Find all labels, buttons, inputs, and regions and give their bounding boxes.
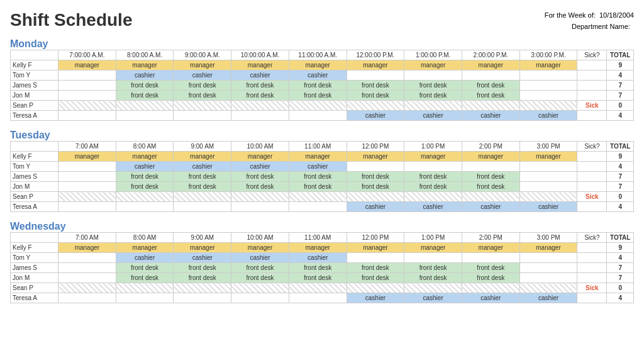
schedule-cell <box>231 293 289 303</box>
schedule-cell <box>519 101 577 111</box>
table-row: Kelly Fmanagermanagermanagermanagermanag… <box>11 243 634 253</box>
time-header: 8:00 AM <box>116 142 174 152</box>
schedule-cell: front desk <box>231 182 289 192</box>
time-header: 9:00 AM <box>174 233 231 243</box>
total-cell: 9 <box>607 152 634 162</box>
schedule-cell: cashier <box>116 253 174 263</box>
schedule-container: Monday7:00:00 A.M.8:00:00 A.M.9:00:00 A.… <box>10 38 634 303</box>
time-header: 1:00:00 P.M. <box>404 50 462 60</box>
employee-name: Teresa A <box>11 293 58 303</box>
week-date: 10/18/2004 <box>599 11 634 19</box>
total-cell: 7 <box>607 263 634 273</box>
schedule-cell <box>289 202 347 212</box>
schedule-cell <box>404 253 462 263</box>
schedule-cell <box>462 283 519 293</box>
employee-name: Teresa A <box>11 202 58 212</box>
sick-cell <box>577 60 607 70</box>
schedule-cell: front desk <box>116 91 174 101</box>
time-header: 8:00:00 A.M. <box>116 50 174 60</box>
schedule-cell: cashier <box>347 293 404 303</box>
schedule-cell: front desk <box>347 91 404 101</box>
sick-cell <box>577 293 607 303</box>
schedule-cell <box>58 172 116 182</box>
schedule-cell <box>289 283 347 293</box>
time-header: 2:00:00 P.M. <box>462 50 519 60</box>
sick-cell <box>577 162 607 172</box>
schedule-cell: cashier <box>231 70 289 81</box>
day-section-wednesday: Wednesday7:00 AM8:00 AM9:00 AM10:00 AM11… <box>10 221 634 303</box>
schedule-cell: cashier <box>289 70 347 81</box>
schedule-cell <box>462 192 519 202</box>
time-header: 11:00:00 A.M. <box>289 50 347 60</box>
schedule-cell <box>116 283 174 293</box>
schedule-cell: front desk <box>116 81 174 91</box>
schedule-cell: manager <box>462 243 519 253</box>
schedule-cell <box>231 283 289 293</box>
schedule-cell: front desk <box>174 263 231 273</box>
total-cell: 4 <box>607 202 634 212</box>
sick-cell <box>577 182 607 192</box>
schedule-cell: manager <box>231 243 289 253</box>
time-header: 7:00 AM <box>58 233 116 243</box>
schedule-cell <box>289 111 347 121</box>
total-cell: 4 <box>607 162 634 172</box>
schedule-cell <box>58 192 116 202</box>
table-row: Jon Mfront deskfront deskfront deskfront… <box>11 273 634 283</box>
schedule-cell: manager <box>404 152 462 162</box>
sick-cell <box>577 81 607 91</box>
schedule-cell <box>347 192 404 202</box>
schedule-cell: front desk <box>174 182 231 192</box>
sick-cell <box>577 263 607 273</box>
employee-name: Sean P <box>11 192 58 202</box>
schedule-cell <box>347 101 404 111</box>
total-cell: 7 <box>607 91 634 101</box>
schedule-cell: cashier <box>347 111 404 121</box>
employee-name: Sean P <box>11 101 58 111</box>
schedule-cell: front desk <box>231 91 289 101</box>
schedule-cell: cashier <box>519 293 577 303</box>
schedule-cell: cashier <box>174 253 231 263</box>
schedule-cell: manager <box>462 152 519 162</box>
schedule-cell <box>519 172 577 182</box>
schedule-cell: manager <box>289 243 347 253</box>
table-row: Teresa Acashiercashiercashiercashier4 <box>11 202 634 212</box>
total-cell: 7 <box>607 81 634 91</box>
week-info: For the Week of: 10/18/2004 Department N… <box>545 10 634 32</box>
schedule-cell <box>58 273 116 283</box>
schedule-cell: manager <box>519 152 577 162</box>
schedule-cell: manager <box>347 60 404 70</box>
schedule-cell: front desk <box>404 273 462 283</box>
schedule-cell <box>58 162 116 172</box>
total-cell: 9 <box>607 60 634 70</box>
sick-header: Sick? <box>577 142 607 152</box>
schedule-cell <box>174 192 231 202</box>
schedule-cell <box>58 283 116 293</box>
dept-label: Department Name: <box>572 23 630 30</box>
schedule-cell: front desk <box>462 263 519 273</box>
schedule-cell <box>58 293 116 303</box>
schedule-cell: front desk <box>462 81 519 91</box>
schedule-cell <box>289 293 347 303</box>
time-header: 3:00:00 P.M. <box>519 50 577 60</box>
total-cell: 7 <box>607 182 634 192</box>
table-row: Kelly Fmanagermanagermanagermanagermanag… <box>11 60 634 70</box>
time-header: 11:00 AM <box>289 142 347 152</box>
schedule-cell: cashier <box>462 293 519 303</box>
table-row: Jon Mfront deskfront deskfront deskfront… <box>11 182 634 192</box>
schedule-cell <box>174 111 231 121</box>
schedule-cell <box>58 91 116 101</box>
schedule-cell <box>519 192 577 202</box>
schedule-cell <box>174 293 231 303</box>
schedule-cell: front desk <box>347 263 404 273</box>
employee-name: Jon M <box>11 91 58 101</box>
schedule-cell: cashier <box>231 253 289 263</box>
schedule-cell <box>58 111 116 121</box>
schedule-cell: front desk <box>347 273 404 283</box>
schedule-cell <box>347 70 404 81</box>
table-row: James Sfront deskfront deskfront deskfro… <box>11 263 634 273</box>
employee-name: Teresa A <box>11 111 58 121</box>
schedule-cell: cashier <box>404 202 462 212</box>
time-header: 12:00 PM <box>347 233 404 243</box>
schedule-cell: manager <box>519 243 577 253</box>
sick-cell <box>577 253 607 263</box>
